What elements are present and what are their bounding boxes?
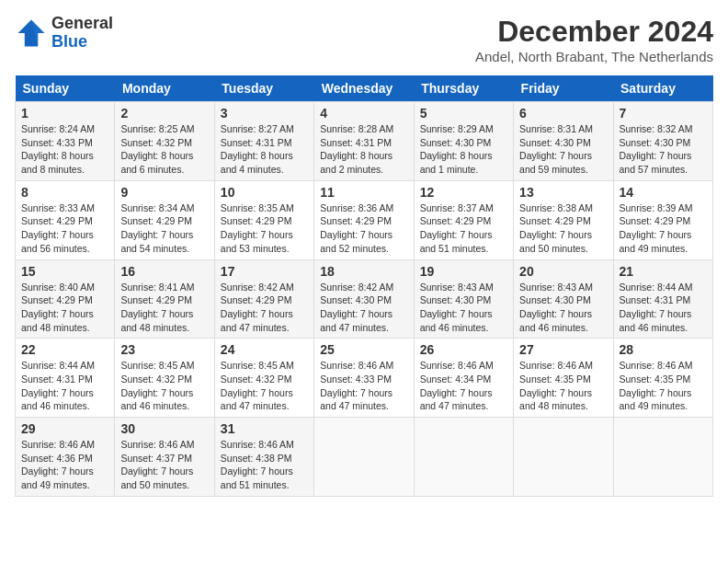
day-number: 2 xyxy=(120,106,208,121)
day-info: Sunrise: 8:28 AM Sunset: 4:31 PM Dayligh… xyxy=(320,122,407,177)
day-number: 3 xyxy=(221,106,308,121)
day-header-thursday: Thursday xyxy=(414,75,513,102)
day-cell: 2Sunrise: 8:25 AM Sunset: 4:32 PM Daylig… xyxy=(115,102,214,181)
day-cell xyxy=(514,418,613,497)
day-header-sunday: Sunday xyxy=(16,75,115,102)
day-number: 5 xyxy=(420,106,507,121)
day-cell: 14Sunrise: 8:39 AM Sunset: 4:29 PM Dayli… xyxy=(613,180,712,259)
day-number: 11 xyxy=(320,185,407,200)
day-cell: 4Sunrise: 8:28 AM Sunset: 4:31 PM Daylig… xyxy=(314,102,414,181)
week-row-1: 1Sunrise: 8:24 AM Sunset: 4:33 PM Daylig… xyxy=(16,102,713,181)
day-info: Sunrise: 8:45 AM Sunset: 4:32 PM Dayligh… xyxy=(221,359,308,413)
day-number: 17 xyxy=(221,264,308,279)
day-info: Sunrise: 8:39 AM Sunset: 4:29 PM Dayligh… xyxy=(620,201,707,256)
day-cell xyxy=(314,418,414,497)
day-cell: 20Sunrise: 8:43 AM Sunset: 4:30 PM Dayli… xyxy=(514,259,613,339)
day-cell: 26Sunrise: 8:46 AM Sunset: 4:34 PM Dayli… xyxy=(414,339,513,418)
day-cell: 30Sunrise: 8:46 AM Sunset: 4:37 PM Dayli… xyxy=(115,418,214,497)
day-number: 21 xyxy=(620,264,707,279)
day-cell: 6Sunrise: 8:31 AM Sunset: 4:30 PM Daylig… xyxy=(514,102,613,181)
day-cell: 23Sunrise: 8:45 AM Sunset: 4:32 PM Dayli… xyxy=(115,339,214,418)
day-number: 28 xyxy=(620,342,707,357)
day-info: Sunrise: 8:38 AM Sunset: 4:29 PM Dayligh… xyxy=(519,201,607,256)
day-number: 23 xyxy=(120,342,208,357)
logo-text: General Blue xyxy=(51,15,113,52)
day-info: Sunrise: 8:46 AM Sunset: 4:36 PM Dayligh… xyxy=(21,438,108,492)
title-area: December 2024 Andel, North Brabant, The … xyxy=(475,15,713,64)
week-row-2: 8Sunrise: 8:33 AM Sunset: 4:29 PM Daylig… xyxy=(16,180,713,259)
day-number: 26 xyxy=(420,342,507,357)
day-info: Sunrise: 8:43 AM Sunset: 4:30 PM Dayligh… xyxy=(519,281,607,335)
day-cell xyxy=(613,418,712,497)
logo-icon xyxy=(15,17,48,50)
day-cell: 8Sunrise: 8:33 AM Sunset: 4:29 PM Daylig… xyxy=(16,180,115,259)
day-header-wednesday: Wednesday xyxy=(314,75,414,102)
logo: General Blue xyxy=(15,15,113,52)
day-number: 19 xyxy=(420,264,507,279)
day-number: 14 xyxy=(620,185,707,200)
day-cell: 15Sunrise: 8:40 AM Sunset: 4:29 PM Dayli… xyxy=(16,259,115,339)
day-info: Sunrise: 8:42 AM Sunset: 4:30 PM Dayligh… xyxy=(320,281,407,335)
day-number: 24 xyxy=(221,342,308,357)
day-number: 4 xyxy=(320,106,407,121)
day-info: Sunrise: 8:46 AM Sunset: 4:33 PM Dayligh… xyxy=(320,359,407,413)
day-cell: 7Sunrise: 8:32 AM Sunset: 4:30 PM Daylig… xyxy=(613,102,712,181)
day-info: Sunrise: 8:46 AM Sunset: 4:34 PM Dayligh… xyxy=(420,359,507,413)
day-header-monday: Monday xyxy=(115,75,214,102)
page-header: General Blue December 2024 Andel, North … xyxy=(15,15,713,64)
day-number: 7 xyxy=(620,106,707,121)
day-cell: 11Sunrise: 8:36 AM Sunset: 4:29 PM Dayli… xyxy=(314,180,414,259)
day-header-tuesday: Tuesday xyxy=(214,75,313,102)
day-info: Sunrise: 8:29 AM Sunset: 4:30 PM Dayligh… xyxy=(420,122,507,177)
day-cell: 17Sunrise: 8:42 AM Sunset: 4:29 PM Dayli… xyxy=(214,259,313,339)
day-cell: 21Sunrise: 8:44 AM Sunset: 4:31 PM Dayli… xyxy=(613,259,712,339)
day-number: 30 xyxy=(120,421,208,436)
day-cell: 13Sunrise: 8:38 AM Sunset: 4:29 PM Dayli… xyxy=(514,180,613,259)
day-cell xyxy=(414,418,513,497)
day-info: Sunrise: 8:36 AM Sunset: 4:29 PM Dayligh… xyxy=(320,201,407,256)
day-info: Sunrise: 8:41 AM Sunset: 4:29 PM Dayligh… xyxy=(120,281,208,335)
day-info: Sunrise: 8:44 AM Sunset: 4:31 PM Dayligh… xyxy=(620,281,707,335)
day-cell: 12Sunrise: 8:37 AM Sunset: 4:29 PM Dayli… xyxy=(414,180,513,259)
day-info: Sunrise: 8:44 AM Sunset: 4:31 PM Dayligh… xyxy=(21,359,108,413)
day-cell: 29Sunrise: 8:46 AM Sunset: 4:36 PM Dayli… xyxy=(16,418,115,497)
day-header-saturday: Saturday xyxy=(613,75,712,102)
day-info: Sunrise: 8:27 AM Sunset: 4:31 PM Dayligh… xyxy=(221,122,308,177)
day-info: Sunrise: 8:24 AM Sunset: 4:33 PM Dayligh… xyxy=(21,122,108,177)
day-info: Sunrise: 8:31 AM Sunset: 4:30 PM Dayligh… xyxy=(519,122,607,177)
day-cell: 24Sunrise: 8:45 AM Sunset: 4:32 PM Dayli… xyxy=(214,339,313,418)
day-info: Sunrise: 8:46 AM Sunset: 4:35 PM Dayligh… xyxy=(620,359,707,413)
day-cell: 28Sunrise: 8:46 AM Sunset: 4:35 PM Dayli… xyxy=(613,339,712,418)
month-title: December 2024 xyxy=(475,15,713,49)
day-info: Sunrise: 8:37 AM Sunset: 4:29 PM Dayligh… xyxy=(420,201,507,256)
day-info: Sunrise: 8:43 AM Sunset: 4:30 PM Dayligh… xyxy=(420,281,507,335)
day-cell: 5Sunrise: 8:29 AM Sunset: 4:30 PM Daylig… xyxy=(414,102,513,181)
day-info: Sunrise: 8:46 AM Sunset: 4:38 PM Dayligh… xyxy=(221,438,308,492)
day-cell: 25Sunrise: 8:46 AM Sunset: 4:33 PM Dayli… xyxy=(314,339,414,418)
week-row-5: 29Sunrise: 8:46 AM Sunset: 4:36 PM Dayli… xyxy=(16,418,713,497)
week-row-4: 22Sunrise: 8:44 AM Sunset: 4:31 PM Dayli… xyxy=(16,339,713,418)
day-number: 18 xyxy=(320,264,407,279)
day-cell: 18Sunrise: 8:42 AM Sunset: 4:30 PM Dayli… xyxy=(314,259,414,339)
day-cell: 3Sunrise: 8:27 AM Sunset: 4:31 PM Daylig… xyxy=(214,102,313,181)
day-number: 20 xyxy=(519,264,607,279)
day-cell: 31Sunrise: 8:46 AM Sunset: 4:38 PM Dayli… xyxy=(214,418,313,497)
day-number: 13 xyxy=(519,185,607,200)
day-info: Sunrise: 8:42 AM Sunset: 4:29 PM Dayligh… xyxy=(221,281,308,335)
day-cell: 10Sunrise: 8:35 AM Sunset: 4:29 PM Dayli… xyxy=(214,180,313,259)
day-number: 22 xyxy=(21,342,108,357)
day-cell: 27Sunrise: 8:46 AM Sunset: 4:35 PM Dayli… xyxy=(514,339,613,418)
day-cell: 9Sunrise: 8:34 AM Sunset: 4:29 PM Daylig… xyxy=(115,180,214,259)
day-cell: 16Sunrise: 8:41 AM Sunset: 4:29 PM Dayli… xyxy=(115,259,214,339)
day-number: 12 xyxy=(420,185,507,200)
day-info: Sunrise: 8:40 AM Sunset: 4:29 PM Dayligh… xyxy=(21,281,108,335)
day-number: 27 xyxy=(519,342,607,357)
day-info: Sunrise: 8:33 AM Sunset: 4:29 PM Dayligh… xyxy=(21,201,108,256)
day-info: Sunrise: 8:32 AM Sunset: 4:30 PM Dayligh… xyxy=(620,122,707,177)
day-cell: 22Sunrise: 8:44 AM Sunset: 4:31 PM Dayli… xyxy=(16,339,115,418)
day-header-friday: Friday xyxy=(514,75,613,102)
day-number: 6 xyxy=(519,106,607,121)
day-number: 9 xyxy=(120,185,208,200)
day-info: Sunrise: 8:45 AM Sunset: 4:32 PM Dayligh… xyxy=(120,359,208,413)
day-number: 29 xyxy=(21,421,108,436)
